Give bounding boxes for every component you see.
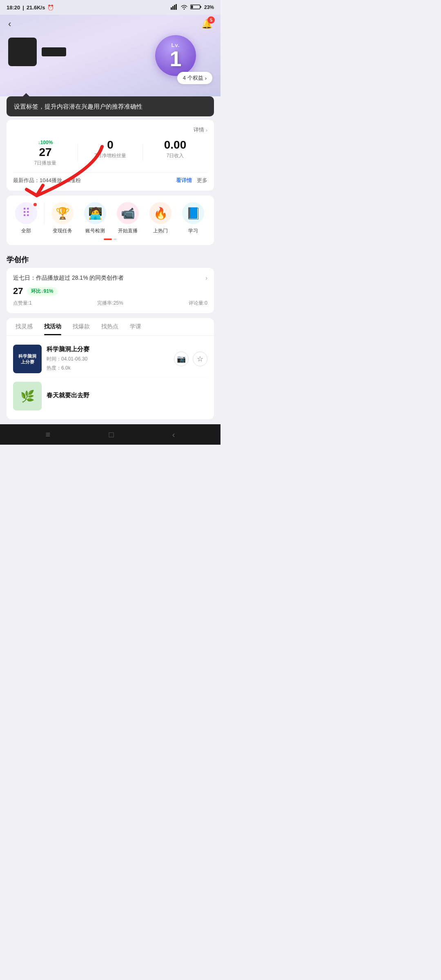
activity-info-1: 科学脑洞上分赛 时间：04.01-06.30 热度：6.0k: [47, 345, 169, 372]
perf-badge: 环比↓91%: [27, 287, 57, 296]
activity-info-2: 春天就要出去野: [47, 392, 207, 401]
tooltip-box: 设置标签，提升内容潜在兴趣用户的推荐准确性: [7, 96, 214, 116]
header-nav: ‹ 🔔 5: [8, 19, 212, 29]
benefits-chevron: ›: [205, 75, 207, 81]
perf-chevron: ›: [205, 274, 207, 282]
action-all[interactable]: ⠿ 全部: [10, 202, 42, 234]
stat-income: 0.00 7日收入: [143, 138, 207, 159]
alarm-icon: ⏰: [47, 4, 54, 11]
bottom-navigation: ≡ □ ‹: [0, 424, 220, 445]
camera-button-1[interactable]: 📷: [174, 352, 189, 366]
monetize-icon: 🏆: [51, 202, 74, 224]
activity-title-1: 科学脑洞上分赛: [47, 345, 169, 353]
level-circle: Lv. 1: [155, 35, 196, 76]
status-bar: 18:20 | 21.6K/s ⏰ 23%: [0, 0, 220, 15]
action-hot[interactable]: 🔥 上热门: [144, 202, 177, 234]
likes-stat: 点赞量:1: [13, 300, 32, 307]
activity-time-1: 时间：04.01-06.30: [47, 355, 169, 364]
svg-rect-6: [200, 6, 201, 8]
benefits-text: 4 个权益: [183, 74, 203, 82]
notification-badge: 5: [207, 16, 215, 24]
signal-icon: [171, 4, 178, 11]
activity-meta-1: 时间：04.01-06.30 热度：6.0k: [47, 355, 169, 372]
actions-scroll: ⠿ 全部 🏆 变现任务 🧑‍💻 账号检测 📹 开始直播: [10, 202, 211, 234]
status-right: 23%: [171, 4, 214, 11]
username-placeholder: [42, 47, 66, 56]
dot-inactive: [114, 238, 117, 240]
action-dot: [33, 203, 37, 206]
perf-meta: 点赞量:1 完播率:25% 评论量:0: [13, 300, 207, 307]
tab-trending[interactable]: 找爆款: [67, 318, 96, 335]
notification-button[interactable]: 🔔 5: [201, 19, 212, 29]
tab-hot[interactable]: 找热点: [96, 318, 124, 335]
svg-rect-2: [174, 5, 175, 10]
activity-heat-1: 热度：6.0k: [47, 364, 169, 373]
tab-activities[interactable]: 找活动: [38, 318, 67, 335]
tab-inspiration[interactable]: 找灵感: [10, 318, 38, 335]
perf-plays: 27: [13, 286, 23, 296]
benefits-button[interactable]: 4 个权益 ›: [177, 72, 212, 84]
activities-list: 科学脑洞上分赛 科学脑洞上分赛 时间：04.01-06.30 热度：6.0k 📷…: [7, 336, 214, 419]
activity-thumb-2: 🌿: [13, 382, 42, 410]
learn-icon: 📘: [182, 202, 204, 224]
nav-back[interactable]: ‹: [172, 430, 175, 439]
action-live[interactable]: 📹 开始直播: [111, 202, 144, 234]
all-label: 全部: [21, 227, 31, 234]
plays-label: 7日播放量: [34, 160, 57, 166]
level-area: Lv. 1: [155, 35, 196, 76]
detail-link[interactable]: 看详情: [176, 177, 192, 184]
latest-work-row: 最新作品：1044播放，5涨粉 看详情 更多: [13, 172, 207, 184]
perf-headline: 近七日：作品播放超过 28.1% 的同类创作者 ›: [13, 274, 207, 282]
activity-title-2: 春天就要出去野: [47, 392, 207, 399]
hot-icon: 🔥: [149, 202, 172, 224]
stat-followers: 0 7日净增粉丝量: [78, 138, 143, 159]
svg-rect-3: [176, 4, 177, 10]
activity-item-2: 🌿 春天就要出去野: [13, 378, 207, 414]
nav-home[interactable]: □: [109, 430, 114, 439]
plays-indicator: ↓100%: [38, 140, 53, 145]
latest-work-text: 最新作品：1044播放，5涨粉: [13, 177, 176, 184]
check-icon: 🧑‍💻: [84, 202, 106, 224]
live-label: 开始直播: [118, 227, 138, 234]
star-button-1[interactable]: ☆: [193, 352, 207, 366]
tooltip-text: 设置标签，提升内容潜在兴趣用户的推荐准确性: [14, 103, 143, 110]
tab-course[interactable]: 学课: [124, 318, 147, 335]
hot-label: 上热门: [153, 227, 168, 234]
stats-row: ↓100% 27 7日播放量 0 7日净增粉丝量 0.00 7日收入: [13, 138, 207, 167]
speed-display: 21.6K/s: [27, 4, 45, 11]
svg-point-4: [183, 8, 185, 9]
svg-rect-0: [171, 7, 172, 10]
income-label: 7日收入: [167, 153, 184, 158]
action-check[interactable]: 🧑‍💻 账号检测: [79, 202, 111, 234]
learn-label: 学习: [188, 227, 198, 234]
nav-menu[interactable]: ≡: [46, 430, 51, 439]
activities-card: 找灵感 找活动 找爆款 找热点 学课 科学脑洞上分赛 科学脑洞上分赛 时间：04…: [7, 318, 214, 419]
status-left: 18:20 | 21.6K/s ⏰: [7, 4, 54, 11]
action-divider-1: [44, 202, 45, 224]
back-button[interactable]: ‹: [8, 19, 11, 29]
live-icon: 📹: [117, 202, 139, 224]
avatar: [8, 38, 37, 66]
action-monetize[interactable]: 🏆 变现任务: [46, 202, 79, 234]
perf-stats: 27 环比↓91%: [13, 286, 207, 296]
check-label: 账号检测: [85, 227, 105, 234]
completion-stat: 完播率:25%: [97, 300, 123, 307]
level-number: 1: [170, 48, 182, 69]
divider: |: [22, 4, 24, 11]
more-link[interactable]: 更多: [197, 177, 207, 184]
svg-rect-7: [191, 5, 193, 8]
time-display: 18:20: [7, 4, 20, 11]
perf-headline-text: 近七日：作品播放超过 28.1% 的同类创作者: [13, 274, 205, 282]
activity-thumb-1: 科学脑洞上分赛: [13, 345, 42, 373]
income-value: 0.00: [143, 138, 207, 151]
wifi-icon: [180, 4, 188, 11]
comments-stat: 评论量:0: [189, 300, 207, 307]
header-section: ‹ 🔔 5 Lv. 1 4 个权益 ›: [0, 15, 220, 96]
action-learn[interactable]: 📘 学习: [177, 202, 209, 234]
learn-section-title: 学创作: [0, 250, 220, 268]
followers-value: 0: [78, 138, 143, 151]
detail-text: 详情: [194, 126, 204, 134]
activity-item-1: 科学脑洞上分赛 科学脑洞上分赛 时间：04.01-06.30 热度：6.0k 📷…: [13, 341, 207, 378]
dot-active: [104, 238, 112, 240]
svg-rect-1: [172, 6, 174, 10]
